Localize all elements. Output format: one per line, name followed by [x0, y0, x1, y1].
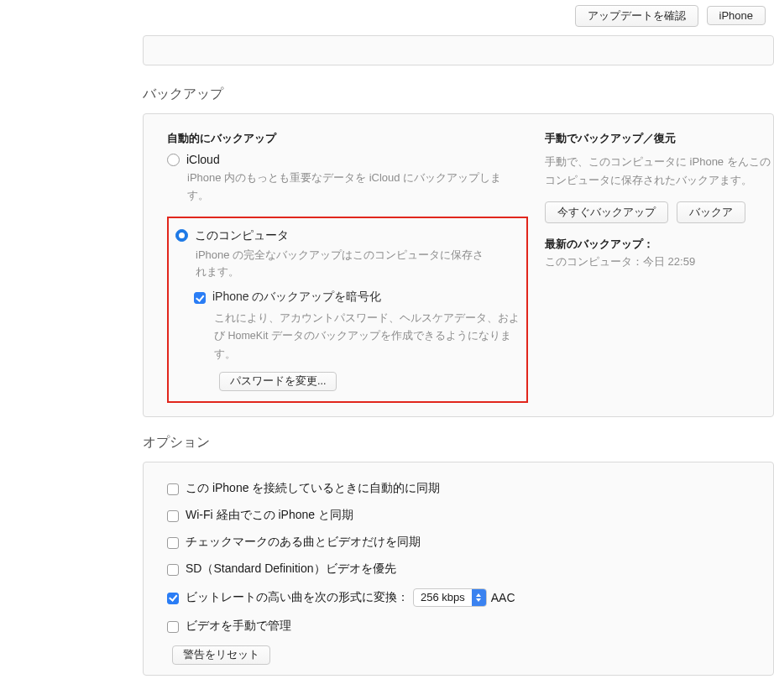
- encrypt-backup-desc: これにより、アカウントパスワード、ヘルスケアデータ、および HomeKit デー…: [214, 310, 520, 363]
- bitrate-label-prefix: ビットレートの高い曲を次の形式に変換：: [186, 590, 409, 605]
- check-update-button[interactable]: アップデートを確認: [575, 5, 698, 27]
- backup-panel: 自動的にバックアップ iCloud iPhone 内のもっとも重要なデータを i…: [143, 113, 774, 417]
- icloud-radio[interactable]: [167, 154, 180, 166]
- auto-sync-checkbox[interactable]: [167, 483, 179, 495]
- this-computer-radio[interactable]: [175, 229, 188, 242]
- wifi-sync-checkbox[interactable]: [167, 510, 179, 522]
- manual-backup-heading: 手動でバックアップ／復元: [545, 131, 773, 146]
- checked-only-label: チェックマークのある曲とビデオだけを同期: [186, 535, 421, 550]
- bitrate-checkbox[interactable]: [167, 593, 179, 604]
- highlight-box: このコンピュータ iPhone の完全なバックアップはこのコンピュータに保存され…: [167, 217, 528, 403]
- this-computer-radio-desc: iPhone の完全なバックアップはこのコンピュータに保存されます。: [196, 247, 486, 282]
- icloud-radio-label: iCloud: [186, 153, 220, 166]
- options-panel: この iPhone を接続しているときに自動的に同期 Wi-Fi 経由でこの i…: [143, 462, 774, 676]
- restore-backup-button[interactable]: バックア: [677, 201, 745, 223]
- backup-section-title: バックアップ: [143, 86, 774, 103]
- auto-backup-heading: 自動的にバックアップ: [167, 131, 536, 146]
- reset-warnings-button[interactable]: 警告をリセット: [172, 645, 270, 665]
- manual-video-checkbox[interactable]: [167, 621, 179, 633]
- encrypt-backup-checkbox[interactable]: [194, 292, 206, 304]
- bitrate-label-suffix: AAC: [491, 591, 515, 604]
- summary-panel-stub: [143, 35, 774, 65]
- auto-sync-label: この iPhone を接続しているときに自動的に同期: [186, 481, 440, 496]
- iphone-button[interactable]: iPhone: [707, 6, 766, 25]
- sd-video-label: SD（Standard Definition）ビデオを優先: [186, 562, 396, 577]
- bitrate-select[interactable]: 256 kbps: [413, 588, 487, 607]
- change-password-button[interactable]: パスワードを変更...: [219, 372, 337, 391]
- latest-backup-label: 最新のバックアップ：: [545, 237, 773, 252]
- options-section-title: オプション: [143, 434, 774, 452]
- icloud-radio-desc: iPhone 内のもっとも重要なデータを iCloud にバックアップします。: [187, 170, 503, 205]
- checked-only-checkbox[interactable]: [167, 537, 179, 549]
- encrypt-backup-label: iPhone のバックアップを暗号化: [212, 290, 381, 305]
- manual-backup-desc: 手動で、このコンピュータに iPhone をんこのコンピュータに保存されたバック…: [545, 153, 773, 190]
- latest-backup-value: このコンピュータ：今日 22:59: [545, 254, 773, 269]
- stepper-arrows-icon: [472, 589, 486, 606]
- manual-video-label: ビデオを手動で管理: [186, 619, 291, 634]
- wifi-sync-label: Wi-Fi 経由でこの iPhone と同期: [186, 508, 353, 523]
- backup-now-button[interactable]: 今すぐバックアップ: [545, 201, 668, 223]
- bitrate-select-value: 256 kbps: [414, 591, 472, 603]
- sd-video-checkbox[interactable]: [167, 564, 179, 576]
- this-computer-radio-label: このコンピュータ: [195, 228, 289, 243]
